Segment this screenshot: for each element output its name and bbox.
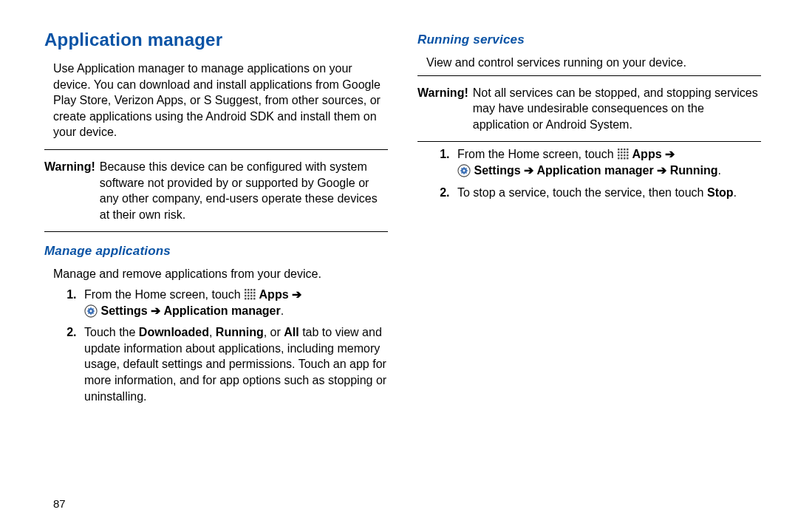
warning-label: Warning!: [44, 159, 95, 222]
subsection-intro: Manage and remove applications from your…: [53, 266, 388, 282]
svg-rect-4: [245, 292, 247, 294]
arrow-icon: ➔: [151, 304, 160, 317]
svg-rect-25: [627, 151, 629, 154]
svg-rect-23: [621, 151, 623, 154]
svg-rect-0: [245, 289, 247, 291]
svg-rect-26: [618, 154, 620, 157]
intro-paragraph: Use Application manager to manage applic…: [53, 61, 388, 140]
apps-grid-icon: [617, 148, 629, 160]
arrow-icon: ➔: [524, 164, 533, 177]
step-text: Touch the: [84, 326, 139, 338]
svg-rect-3: [253, 289, 256, 291]
appmanager-label: Application manager: [163, 304, 280, 317]
apps-label: Apps: [259, 288, 289, 301]
svg-rect-29: [627, 154, 629, 157]
svg-rect-27: [621, 154, 623, 157]
svg-rect-15: [253, 298, 256, 300]
page-number: 87: [53, 497, 66, 510]
all-label: All: [284, 326, 299, 338]
svg-rect-5: [248, 292, 250, 294]
svg-rect-18: [618, 149, 620, 151]
right-column: Running services View and control servic…: [417, 30, 761, 517]
settings-label: Settings: [474, 164, 520, 177]
svg-rect-7: [253, 292, 256, 294]
svg-rect-32: [624, 157, 626, 160]
svg-rect-21: [627, 149, 629, 151]
section-heading: Application manager: [44, 30, 388, 50]
left-column: Application manager Use Application mana…: [44, 30, 388, 517]
warning-block: Warning! Because this device can be conf…: [44, 154, 388, 227]
divider: [44, 149, 388, 150]
settings-gear-icon: [457, 164, 471, 177]
svg-rect-19: [621, 149, 623, 151]
svg-point-35: [463, 170, 466, 172]
svg-rect-12: [245, 298, 247, 300]
svg-rect-13: [248, 298, 250, 300]
step-text: ,: [209, 326, 216, 338]
settings-gear-icon: [84, 304, 98, 318]
arrow-icon: ➔: [665, 148, 675, 160]
svg-rect-2: [250, 289, 253, 291]
subsection-heading: Running services: [417, 33, 761, 47]
svg-rect-11: [253, 295, 256, 297]
step-text: From the Home screen, touch: [457, 148, 617, 160]
step-item: Touch the Downloaded, Running, or All ta…: [80, 324, 388, 404]
svg-rect-22: [618, 151, 620, 154]
warning-label: Warning!: [417, 85, 468, 133]
appmanager-label: Application manager: [536, 164, 653, 177]
svg-rect-31: [621, 157, 623, 160]
divider: [44, 231, 388, 232]
running-label: Running: [216, 326, 264, 338]
svg-rect-10: [250, 295, 253, 297]
steps-list: From the Home screen, touch Apps ➔: [44, 287, 388, 404]
svg-rect-9: [248, 295, 250, 297]
apps-grid-icon: [244, 288, 256, 300]
divider: [417, 75, 761, 76]
period: .: [718, 164, 721, 177]
downloaded-label: Downloaded: [139, 326, 209, 338]
settings-label: Settings: [100, 304, 147, 317]
step-item: From the Home screen, touch Apps ➔: [453, 146, 761, 178]
svg-point-17: [90, 310, 92, 312]
manual-page: Application manager Use Application mana…: [0, 0, 798, 532]
stop-label: Stop: [707, 186, 734, 199]
svg-rect-6: [250, 292, 253, 294]
running-label: Running: [670, 164, 718, 177]
step-text: From the Home screen, touch: [84, 288, 244, 301]
step-item: To stop a service, touch the service, th…: [453, 185, 761, 201]
step-text: , or: [264, 326, 284, 338]
step-text: To stop a service, touch the service, th…: [457, 186, 707, 199]
step-text: .: [734, 186, 737, 199]
svg-rect-28: [624, 154, 626, 157]
divider: [417, 141, 761, 142]
svg-rect-20: [624, 149, 626, 151]
subsection-intro: View and control services running on you…: [426, 55, 761, 71]
apps-label: Apps: [632, 148, 662, 160]
svg-rect-8: [245, 295, 247, 297]
svg-rect-1: [248, 289, 250, 291]
period: .: [281, 304, 284, 317]
steps-list: From the Home screen, touch Apps ➔: [417, 146, 761, 200]
svg-rect-14: [250, 298, 253, 300]
subsection-heading: Manage applications: [44, 244, 388, 259]
step-item: From the Home screen, touch Apps ➔: [80, 287, 388, 318]
warning-body: Because this device can be configured wi…: [100, 159, 388, 222]
warning-block: Warning! Not all services can be stopped…: [417, 81, 761, 137]
arrow-icon: ➔: [292, 288, 301, 301]
arrow-icon: ➔: [657, 164, 666, 177]
svg-rect-33: [627, 157, 629, 160]
svg-rect-24: [624, 151, 626, 154]
svg-rect-30: [618, 157, 620, 160]
warning-body: Not all services can be stopped, and sto…: [473, 85, 761, 133]
